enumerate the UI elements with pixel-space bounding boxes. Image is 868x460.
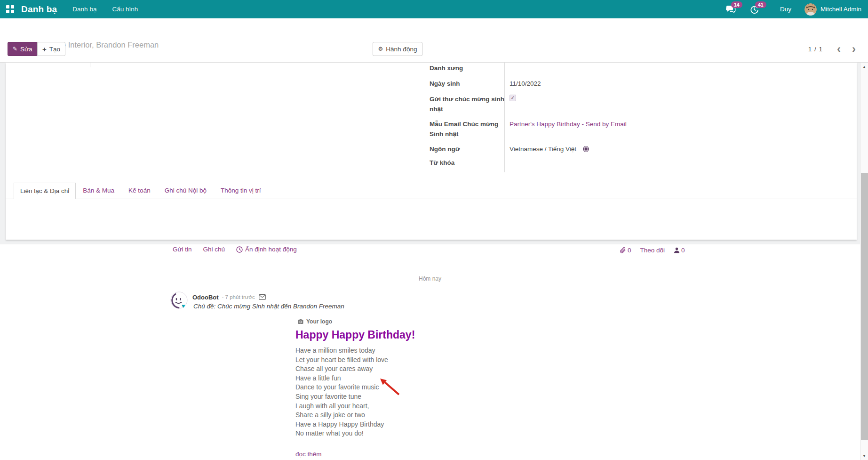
control-panel: Danh bạ/Azure Interior, Brandon Freeman … (0, 18, 868, 63)
person-icon (674, 247, 680, 253)
read-more-link[interactable]: đọc thêm (295, 451, 322, 458)
language-value: Vietnamese / Tiếng Việt (510, 144, 589, 155)
apps-menu-button[interactable] (6, 5, 15, 14)
top-navbar: Danh bạ Danh bạ Cấu hình 14 41 Duy (0, 0, 868, 18)
poem-line: Dance to your favorite music (295, 383, 559, 392)
globe-icon (583, 145, 589, 155)
attachments-button[interactable]: 0 (620, 247, 631, 254)
field-label-language: Ngôn ngữ (430, 144, 505, 154)
poem-line: Have a Happy Happy Birthday (295, 420, 559, 429)
paperclip-icon (620, 247, 626, 254)
scrollbar-up-button[interactable]: ▲ (860, 65, 868, 68)
birthday-template-link[interactable]: Partner's Happy Birthday - Send by Email (510, 119, 627, 129)
field-label-title: Danh xưng (430, 63, 505, 73)
followers-button[interactable]: 0 (674, 247, 685, 254)
edit-button[interactable]: ✎ Sửa (8, 42, 38, 56)
activities-badge: 41 (755, 1, 766, 8)
plus-icon: + (42, 45, 47, 53)
poem-line: Have a little fun (295, 374, 559, 383)
birthdate-value: 11/10/2022 (510, 79, 541, 89)
poem-line: Have a million smiles today (295, 346, 559, 355)
tab-accounting[interactable]: Kế toán (121, 183, 158, 199)
tab-sales-purchase[interactable]: Bán & Mua (76, 183, 121, 199)
email-poem: Have a million smiles today Let your hea… (295, 346, 559, 438)
vertical-scrollbar[interactable]: ▲ ▼ (860, 63, 868, 460)
followers-count: 0 (681, 247, 685, 254)
pencil-icon: ✎ (13, 46, 17, 52)
menu-configuration[interactable]: Cấu hình (112, 6, 138, 13)
message-subject: Chủ đề: Chúc mừng Sinh nhật đến Brandon … (193, 303, 344, 310)
menu-contacts[interactable]: Danh bạ (72, 6, 96, 13)
apps-grid-icon (6, 5, 9, 8)
notebook-tabs: Liên lạc & Địa chỉ Bán & Mua Kế toán Ghi… (6, 183, 857, 199)
odoobot-avatar: ♥ (170, 291, 188, 309)
follow-button[interactable]: Theo dõi (640, 247, 665, 254)
app-title[interactable]: Danh bạ (21, 4, 57, 15)
poem-line: Let your heart be filled with love (295, 355, 559, 365)
field-label-tags: Từ khóa (430, 158, 505, 168)
poem-line: Share a silly joke or two (295, 411, 559, 420)
user-avatar[interactable] (804, 3, 817, 16)
user-menu[interactable]: Mitchell Admin (820, 6, 861, 13)
message-author[interactable]: OdooBot (192, 294, 219, 301)
poem-line: Sing your favorite tune (295, 392, 559, 402)
messages-badge: 14 (731, 1, 742, 8)
check-icon: ✓ (511, 96, 515, 100)
gear-icon: ⚙ (378, 46, 383, 52)
email-logo: Your logo (298, 318, 559, 325)
field-label-birthdate: Ngày sinh (430, 79, 505, 89)
message-header: OdooBot - 7 phút trước (192, 292, 266, 302)
action-button[interactable]: ⚙ Hành động (373, 42, 422, 56)
image-icon (298, 319, 303, 324)
pager: 1 / 1 ‹ › (808, 42, 868, 56)
pager-value: 1 / 1 (808, 46, 823, 53)
clock-icon (236, 246, 243, 253)
field-label-birthday-mail: Gửi thư chúc mừng sinh nhật (430, 94, 505, 114)
send-message-button[interactable]: Gửi tin (173, 246, 192, 253)
tab-partner-assignment[interactable]: Thông tin vị trí (214, 183, 268, 199)
email-envelope-icon (259, 293, 266, 302)
pager-prev-button[interactable]: ‹ (831, 43, 846, 55)
attachments-count: 0 (628, 247, 631, 254)
schedule-activity-button[interactable]: Ấn định hoạt động (236, 246, 297, 253)
log-note-button[interactable]: Ghi chú (203, 246, 225, 253)
navbar-right: 14 41 Duy Mitchell Admin (726, 3, 868, 16)
poem-line: No matter what you do! (295, 429, 559, 438)
heart-icon: ♥ (182, 303, 185, 309)
chatter-topbar: Gửi tin Ghi chú Ấn định hoạt động (173, 246, 308, 253)
message-time: - 7 phút trước (222, 294, 255, 300)
birthday-mail-checkbox[interactable]: ✓ (510, 95, 516, 101)
poem-line: Chase all your cares away (295, 364, 559, 374)
activities-button[interactable]: 41 (750, 5, 758, 14)
scrollbar-down-button[interactable]: ▼ (860, 454, 868, 458)
field-label-birthday-template: Mẫu Email Chúc mừng Sinh nhật (430, 119, 505, 139)
tab-internal-notes[interactable]: Ghi chú Nội bộ (158, 183, 214, 199)
messages-button[interactable]: 14 (726, 5, 736, 14)
scrollbar-thumb[interactable] (861, 173, 868, 440)
chatter-tools: 0 Theo dõi 0 (620, 247, 685, 254)
company-switcher[interactable]: Duy (780, 6, 791, 13)
column-separator-tick (90, 63, 90, 67)
pager-next-button[interactable]: › (846, 43, 861, 55)
chatter: Gửi tin Ghi chú Ấn định hoạt động 0 Theo… (0, 244, 860, 460)
tab-contact-address[interactable]: Liên lạc & Địa chỉ (14, 183, 76, 199)
email-body: Your logo Happy Happy Birthday! Have a m… (295, 318, 559, 458)
poem-line: Laugh with all your heart, (295, 402, 559, 411)
date-divider: Hôm nay (168, 275, 692, 282)
email-heading: Happy Happy Birthday! (295, 329, 559, 340)
create-button[interactable]: + Tạo (37, 42, 65, 56)
